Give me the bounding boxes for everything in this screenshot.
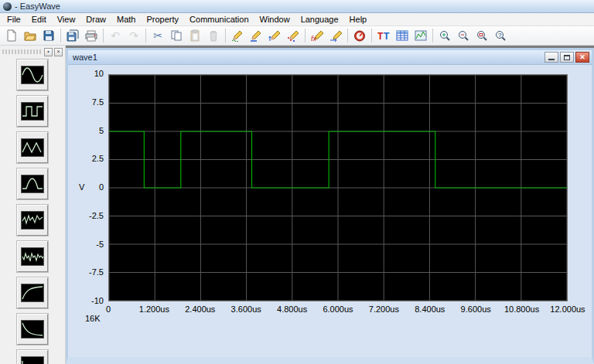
copy-button[interactable]: [167, 27, 186, 44]
maximize-icon: [564, 55, 570, 60]
draw-freehand-button[interactable]: [228, 27, 247, 44]
sine-wave-button[interactable]: [17, 60, 48, 90]
menu-communication[interactable]: Communication: [184, 14, 254, 25]
draw-sweep-button[interactable]: [326, 27, 345, 44]
pencil-vertical-icon: [268, 29, 281, 42]
gauge-icon: [353, 29, 366, 42]
child-close-button[interactable]: ✕: [575, 52, 589, 63]
half-sine-icon: [21, 175, 44, 193]
pencil-interpolate-icon: [287, 29, 299, 42]
window-title: - EasyWave: [15, 2, 60, 11]
child-minimize-button[interactable]: [544, 52, 558, 63]
menu-file[interactable]: File: [2, 14, 26, 25]
printer-icon: [85, 29, 97, 42]
zoom-in-button[interactable]: [435, 27, 454, 44]
wave-document-title: wave1: [73, 53, 543, 62]
open-button[interactable]: [21, 27, 39, 44]
gauge-button[interactable]: [350, 27, 369, 44]
half-sine-button[interactable]: [17, 168, 48, 199]
mdi-workspace: wave1 ✕ V 107.552.50-2.5-5-7.5-10 01.200…: [66, 46, 594, 364]
exp-rise-button[interactable]: [17, 277, 48, 308]
delete-button[interactable]: [204, 27, 223, 44]
zoom-window-button[interactable]: [473, 27, 491, 44]
table-button[interactable]: [393, 27, 411, 44]
y-tick-label: 2.5: [70, 154, 104, 163]
menu-language[interactable]: Language: [295, 14, 344, 25]
pencil-line-icon: [250, 29, 262, 42]
redo-button[interactable]: ↷: [125, 27, 143, 44]
y-tick-label: 7.5: [70, 97, 104, 107]
zoom-in-icon: [439, 29, 451, 42]
y-tick-label: 10: [70, 69, 104, 78]
undo-button[interactable]: ↶: [106, 27, 125, 44]
zoom-all-button[interactable]: ?: [491, 27, 510, 44]
child-maximize-button[interactable]: [560, 52, 574, 63]
table-icon: [396, 29, 408, 42]
minimize-icon: [548, 59, 555, 60]
menu-math[interactable]: Math: [111, 14, 141, 25]
square-wave-button[interactable]: [17, 96, 48, 127]
scissors-icon: ✂: [153, 30, 162, 41]
save-button[interactable]: [39, 27, 58, 44]
close-sidebar-button[interactable]: ×: [54, 48, 63, 56]
menu-bar: File Edit View Draw Math Property Commun…: [0, 13, 594, 26]
copy-icon: [170, 29, 183, 42]
wave-document-window: wave1 ✕ V 107.552.50-2.5-5-7.5-10 01.200…: [66, 48, 594, 364]
pencil-equation-icon: fx: [311, 29, 323, 42]
open-folder-icon: [24, 29, 36, 42]
y-tick-label: -5: [70, 240, 104, 249]
cut-button[interactable]: ✂: [148, 27, 167, 44]
draw-vertical-button[interactable]: [265, 27, 284, 44]
triangle-wave-button[interactable]: [17, 132, 48, 163]
zoom-out-button[interactable]: [454, 27, 473, 44]
menu-help[interactable]: Help: [344, 14, 373, 25]
text-icon: TT: [377, 29, 390, 42]
save-all-button[interactable]: [63, 27, 82, 44]
arbitrary-wave-button[interactable]: [17, 241, 48, 272]
print-button[interactable]: [82, 27, 101, 44]
dc-wave-button[interactable]: [17, 350, 48, 364]
draw-equation-button[interactable]: fx: [308, 27, 326, 44]
paste-button[interactable]: [186, 27, 204, 44]
draw-line-button[interactable]: [247, 27, 265, 44]
svg-text:T: T: [384, 31, 390, 42]
toolbar-separator: [60, 29, 61, 43]
zoom-window-icon: [476, 29, 488, 42]
menu-edit[interactable]: Edit: [26, 14, 52, 25]
y-tick-label: 0: [70, 182, 104, 192]
menu-property[interactable]: Property: [142, 14, 185, 25]
drag-handle[interactable]: [2, 49, 43, 54]
toolbar-separator: [103, 29, 104, 43]
noise-wave-button[interactable]: [17, 205, 48, 236]
svg-text:fx: fx: [311, 35, 317, 42]
wave-document-titlebar[interactable]: wave1 ✕: [68, 50, 592, 65]
zoom-all-icon: ?: [494, 29, 507, 42]
sine-wave-icon: [21, 66, 44, 84]
sample-points-label: 16K: [85, 314, 101, 323]
svg-text:T: T: [377, 31, 384, 42]
menu-window[interactable]: Window: [254, 14, 295, 25]
square-wave-icon: [21, 102, 44, 121]
waveform-plot[interactable]: [108, 74, 568, 301]
exp-fall-button[interactable]: [17, 314, 48, 345]
toolbar-separator: [347, 29, 348, 43]
toolbar-separator: [225, 29, 226, 43]
x-tick-label: 12.000us: [541, 304, 592, 314]
new-button[interactable]: [2, 27, 21, 44]
zoom-out-icon: [457, 29, 469, 42]
toolbar-separator: [371, 29, 372, 43]
exp-fall-icon: [21, 320, 44, 338]
menu-draw[interactable]: Draw: [80, 14, 111, 25]
triangle-wave-icon: [21, 138, 44, 157]
graph-button[interactable]: [411, 27, 430, 44]
y-tick-label: -2.5: [70, 211, 104, 220]
menu-view[interactable]: View: [52, 14, 81, 25]
toolbar-separator: [305, 29, 306, 43]
dock-pin-button[interactable]: ▪: [44, 48, 53, 56]
exp-rise-icon: [21, 284, 44, 302]
chart-client-area: V 107.552.50-2.5-5-7.5-10 01.200us2.400u…: [68, 65, 592, 357]
draw-interpolate-button[interactable]: [284, 27, 302, 44]
text-button[interactable]: TT: [374, 27, 393, 44]
title-bar[interactable]: - EasyWave: [0, 0, 594, 13]
waveform-sidebar: ▪ ×: [0, 46, 66, 364]
